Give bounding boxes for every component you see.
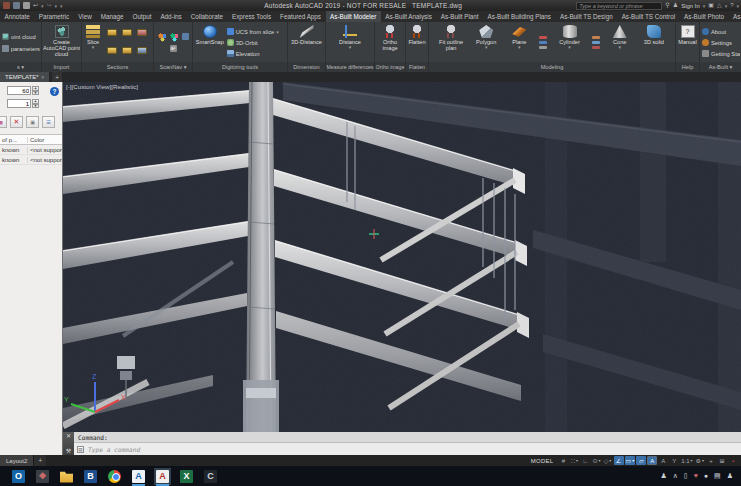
ribbon-tab[interactable]: Annotate xyxy=(0,11,34,22)
ribbon-tab[interactable]: Manage xyxy=(96,11,128,22)
caret-icon[interactable]: ▾ xyxy=(702,458,704,463)
about-button[interactable]: About xyxy=(702,27,740,37)
user-tray-icon[interactable]: ♟ xyxy=(727,472,733,480)
column-header[interactable]: of p... xyxy=(0,137,28,143)
modeling-app-icon[interactable]: ❖ xyxy=(34,468,51,485)
chrome-icon[interactable] xyxy=(106,468,123,485)
osnap-icon[interactable]: ∠ xyxy=(614,456,624,465)
autodesk-360-icon[interactable]: △ xyxy=(717,2,722,9)
command-options-icon[interactable]: ▤ xyxy=(77,446,84,453)
qat-customize-icon[interactable]: ▾ xyxy=(60,3,63,9)
redo-icon[interactable]: ↪ xyxy=(47,2,52,9)
search-input[interactable] xyxy=(577,3,661,9)
alert-icon[interactable]: ▪ xyxy=(728,456,738,465)
command-input-row[interactable]: ▤ xyxy=(74,443,741,455)
help-caret-icon[interactable]: ▾ xyxy=(736,3,739,9)
new-drawing-button[interactable]: + xyxy=(52,72,62,82)
command-input[interactable] xyxy=(86,445,741,454)
redo-caret-icon[interactable]: ▾ xyxy=(55,3,58,9)
autocad-red-icon[interactable]: A xyxy=(154,468,171,485)
sign-in-button[interactable]: Sign In xyxy=(681,3,700,9)
column-header[interactable]: Color xyxy=(28,137,62,143)
ucs-from-slice-button[interactable]: UCS from slice▾ xyxy=(227,27,286,37)
undo-caret-icon[interactable]: ▾ xyxy=(41,3,44,9)
ribbon-tab[interactable]: Add-ins xyxy=(156,11,186,22)
remote-user-icon[interactable]: ♟ xyxy=(660,472,666,480)
plot-icon[interactable] xyxy=(23,2,30,9)
getting-started-button[interactable]: Getting Started xyxy=(702,49,740,59)
excel-icon[interactable]: X xyxy=(178,468,195,485)
ribbon-tab[interactable]: As-Built Modeler xyxy=(326,11,381,22)
search-icon[interactable]: ⚲ xyxy=(665,2,669,9)
user-icon[interactable]: ♟ xyxy=(673,2,678,9)
settings-button[interactable]: Settings xyxy=(702,38,740,48)
scannav-tool-icon[interactable] xyxy=(182,33,189,40)
autocad-blue-icon[interactable]: A xyxy=(130,468,147,485)
group-label[interactable]: As-Built ▾ xyxy=(700,62,741,72)
tool-icon[interactable] xyxy=(592,41,600,44)
ribbon-tab[interactable]: Parametric xyxy=(34,11,73,22)
point-size-input[interactable] xyxy=(7,86,31,95)
section-tool-icon[interactable] xyxy=(107,47,117,54)
quick-properties-icon[interactable]: ⊞ xyxy=(717,456,727,465)
ribbon-tab[interactable]: As-Built Building Plans xyxy=(483,11,555,22)
autoscale-icon[interactable]: A xyxy=(647,456,657,465)
level-input[interactable] xyxy=(7,99,31,108)
scannav-tool-icon[interactable] xyxy=(158,33,167,42)
app-menu-icon[interactable] xyxy=(3,2,10,9)
pin-tool-icon[interactable] xyxy=(539,46,547,49)
dynamic-input-icon[interactable]: ▭▾ xyxy=(625,456,636,465)
ribbon-tab[interactable]: Collaborate xyxy=(186,11,227,22)
ribbon-tab[interactable]: As-Built Plant xyxy=(436,11,483,22)
ribbon-tab[interactable]: As-Built Photo xyxy=(680,11,729,22)
undo-icon[interactable]: ↩ xyxy=(33,2,38,9)
command-history[interactable]: Command: xyxy=(74,432,741,443)
drawing-tab-template[interactable]: TEMPLATE* ▾ xyxy=(0,72,49,82)
delete-icon[interactable]: ✕ xyxy=(10,116,23,128)
group-label[interactable]: s ▾ xyxy=(0,62,41,72)
model-viewport[interactable]: [-][Custom View][Realistic] xyxy=(63,82,741,432)
help-search[interactable] xyxy=(576,2,662,10)
3d-distance-button[interactable]: 3D-Distance xyxy=(290,23,324,62)
snap-icon[interactable]: ∷▾ xyxy=(570,456,580,465)
smartsnap-button[interactable]: SmartSnap xyxy=(194,23,226,62)
section-tool-icon[interactable] xyxy=(122,29,132,36)
ribbon-tab[interactable]: Express Tools xyxy=(227,11,275,22)
plane-button[interactable]: Plane ▾ xyxy=(506,23,532,62)
cylinder-button[interactable]: Cylinder ▾ xyxy=(555,23,585,62)
group-label[interactable]: ScanNav ▾ xyxy=(154,62,192,72)
hidden-icons-chevron[interactable]: ∧ xyxy=(673,472,678,480)
polygon-button[interactable]: Polygon ▾ xyxy=(473,23,499,62)
ribbon-tab[interactable]: As-Built TS Control xyxy=(617,11,679,22)
slice-button[interactable]: Slice ▾ xyxy=(83,23,103,62)
workspace-gear-icon[interactable]: ⚙▾ xyxy=(695,456,705,465)
cone-button[interactable]: Cone ▾ xyxy=(607,23,633,62)
fit-outline-plan-button[interactable]: Fit outline plan xyxy=(436,23,466,62)
sign-in-caret-icon[interactable]: ▾ xyxy=(703,3,706,9)
caret-icon[interactable]: ▾ xyxy=(632,458,634,463)
viewport-scale-button[interactable]: 1:1▾ xyxy=(680,456,693,465)
pin-tool-icon[interactable] xyxy=(539,36,547,39)
layout-tab[interactable]: Layout2 xyxy=(0,455,34,466)
caret-icon[interactable]: ▾ xyxy=(609,458,611,463)
app-c-icon[interactable]: C xyxy=(202,468,219,485)
manual-button[interactable]: ? Manual xyxy=(677,23,698,62)
ribbon-tab[interactable]: As-Built TS Design xyxy=(555,11,617,22)
model-space-button[interactable]: MODEL xyxy=(527,458,558,464)
point-cloud-parameters-button[interactable]: ud parameters xyxy=(2,44,40,54)
isodraft-icon[interactable]: ◇▾ xyxy=(603,456,613,465)
spin-down-icon[interactable]: ▼ xyxy=(32,91,39,96)
point-cloud-button[interactable]: oint cloud xyxy=(2,32,40,42)
new-layout-button[interactable]: + xyxy=(34,455,46,466)
orbit-3d-button[interactable]: 3D-Orbit xyxy=(227,38,286,48)
customize-wrench-icon[interactable]: ⚒ xyxy=(66,448,71,454)
scannav-tool-icon[interactable]: a² xyxy=(170,45,177,52)
table-row[interactable]: known <not support... xyxy=(0,155,62,165)
caret-icon[interactable]: ▾ xyxy=(691,458,693,463)
palette-help-icon[interactable]: ? xyxy=(50,87,59,96)
security-icon[interactable]: ♥ xyxy=(694,472,698,480)
outlook-icon[interactable]: O xyxy=(10,468,27,485)
table-header[interactable]: of p... Color xyxy=(0,135,62,145)
ortho-image-button[interactable]: Ortho image xyxy=(376,23,404,62)
tool-icon[interactable] xyxy=(592,46,600,49)
